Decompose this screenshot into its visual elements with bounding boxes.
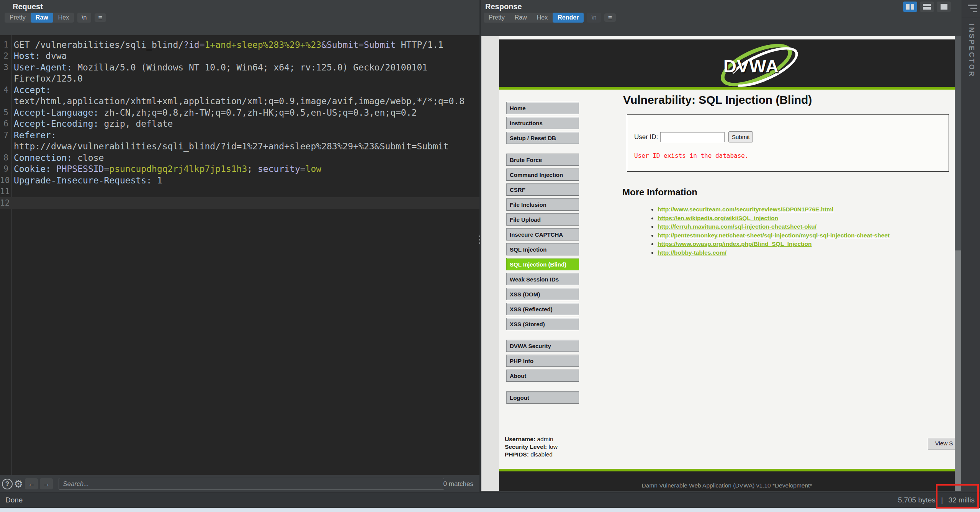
menu-item-xss-reflected-[interactable]: XSS (Reflected) — [506, 303, 579, 315]
menu-item-dvwa-security[interactable]: DVWA Security — [506, 340, 579, 352]
code-row: 12 — [0, 197, 479, 209]
menu-group: Logout — [506, 391, 579, 404]
external-link[interactable]: https://en.wikipedia.org/wiki/SQL_inject… — [658, 215, 778, 221]
tab-pretty[interactable]: Pretty — [5, 13, 31, 23]
prev-match-button[interactable]: ← — [25, 478, 38, 489]
list-item: http://www.securiteam.com/securityreview… — [658, 205, 952, 214]
request-newline-toggle[interactable]: \n — [77, 13, 91, 23]
stacked-icon — [923, 4, 931, 10]
menu-group: DVWA SecurityPHP InfoAbout — [506, 340, 579, 382]
code-row: 11 — [0, 186, 479, 198]
request-search-bar: ? ⚙ ← → 0 matches — [0, 475, 479, 492]
menu-item-logout[interactable]: Logout — [506, 391, 579, 404]
tab-render[interactable]: Render — [553, 13, 584, 23]
inspector-collapse-icon[interactable] — [968, 5, 977, 14]
external-link[interactable]: http://pentestmonkey.net/cheat-sheet/sql… — [658, 232, 890, 239]
menu-item-instructions[interactable]: Instructions — [506, 117, 579, 129]
session-info-row: PHPIDS: disabled — [505, 451, 558, 458]
layout-single-button[interactable] — [937, 2, 951, 12]
help-icon[interactable]: ? — [2, 479, 13, 489]
external-link[interactable]: http://www.securiteam.com/securityreview… — [658, 206, 833, 213]
list-item: https://en.wikipedia.org/wiki/SQL_inject… — [658, 214, 952, 223]
menu-item-insecure-captcha[interactable]: Insecure CAPTCHA — [506, 228, 579, 240]
render-scrollbar[interactable] — [955, 36, 961, 491]
render-scrollbar-thumb[interactable] — [955, 36, 961, 250]
tab-raw[interactable]: Raw — [510, 13, 532, 23]
status-millis: 32 millis — [948, 496, 975, 504]
user-id-form-row: User ID: Submit — [634, 131, 753, 142]
menu-item-brute-force[interactable]: Brute Force — [506, 154, 579, 166]
columns-icon — [906, 4, 910, 10]
menu-group: HomeInstructionsSetup / Reset DB — [506, 102, 579, 144]
code-row: 3User-Agent: Mozilla/5.0 (Windows NT 10.… — [0, 62, 479, 73]
dvwa-footer-band: Damn Vulnerable Web Application (DVWA) v… — [499, 471, 955, 491]
menu-item-setup-reset-db[interactable]: Setup / Reset DB — [506, 132, 579, 144]
list-item: http://pentestmonkey.net/cheat-sheet/sql… — [658, 231, 952, 240]
view-source-button[interactable]: View S — [928, 438, 955, 450]
menu-item-csrf[interactable]: CSRF — [506, 183, 579, 196]
inspector-panel-tab[interactable]: INSPECTOR — [962, 0, 980, 508]
menu-item-sql-injection-blind-[interactable]: SQL Injection (Blind) — [506, 258, 579, 270]
menu-item-php-info[interactable]: PHP Info — [506, 355, 579, 367]
menu-item-home[interactable]: Home — [506, 102, 579, 114]
next-match-button[interactable]: → — [40, 478, 53, 489]
menu-item-xss-stored-[interactable]: XSS (Stored) — [506, 318, 579, 330]
response-newline-toggle[interactable]: \n — [587, 13, 600, 23]
code-row: 8Connection: close — [0, 152, 479, 164]
request-editor[interactable]: 1GET /vulnerabilities/sqli_blind/?id=1+a… — [0, 35, 479, 475]
menu-item-command-injection[interactable]: Command Injection — [506, 168, 579, 181]
external-link[interactable]: http://ferruh.mavituna.com/sql-injection… — [658, 223, 816, 230]
dvwa-main-content: Vulnerability: SQL Injection (Blind) Use… — [622, 93, 952, 257]
page-title: Vulnerability: SQL Injection (Blind) — [623, 93, 952, 106]
code-row: text/html,application/xhtml+xml,applicat… — [0, 96, 479, 107]
columns-icon — [911, 4, 914, 10]
gear-icon[interactable]: ⚙ — [14, 478, 23, 490]
dvwa-rendered-page: DVWA HomeInstructionsSetup / Reset DBBru… — [499, 36, 955, 491]
dvwa-logo: DVWA — [713, 48, 801, 80]
search-input[interactable] — [59, 478, 444, 490]
user-id-input[interactable] — [660, 132, 725, 142]
layout-columns-button[interactable] — [903, 2, 917, 12]
menu-group: Brute ForceCommand InjectionCSRFFile Inc… — [506, 154, 579, 330]
response-editor-menu-icon[interactable]: ≡ — [604, 13, 616, 22]
tab-hex[interactable]: Hex — [53, 13, 74, 23]
menu-item-xss-dom-[interactable]: XSS (DOM) — [506, 288, 579, 300]
view-layout-buttons — [903, 2, 951, 12]
list-item: https://www.owasp.org/index.php/Blind_SQ… — [658, 240, 952, 249]
request-editor-rows: 1GET /vulnerabilities/sqli_blind/?id=1+a… — [0, 39, 479, 209]
splitter-grip-icon[interactable] — [479, 236, 480, 244]
external-link[interactable]: http://bobby-tables.com/ — [658, 249, 726, 256]
menu-item-file-inclusion[interactable]: File Inclusion — [506, 198, 579, 211]
panel-splitter[interactable] — [479, 0, 481, 508]
code-row: 7Referer: — [0, 129, 479, 141]
match-count: 0 matches — [443, 480, 473, 488]
menu-item-sql-injection[interactable]: SQL Injection — [506, 243, 579, 255]
list-item: http://bobby-tables.com/ — [658, 249, 952, 257]
dvwa-sidebar-menu: HomeInstructionsSetup / Reset DBBrute Fo… — [506, 102, 579, 413]
menu-item-weak-session-ids[interactable]: Weak Session IDs — [506, 273, 579, 285]
request-editor-menu-icon[interactable]: ≡ — [95, 13, 106, 22]
response-render-view: DVWA HomeInstructionsSetup / Reset DBBru… — [481, 36, 961, 491]
layout-stacked-button[interactable] — [920, 2, 934, 12]
code-row: Firefox/125.0 — [0, 73, 479, 85]
taskbar-sliver — [0, 508, 980, 512]
request-tabs: PrettyRawHex — [5, 13, 74, 23]
code-row: http://dvwa/vulnerabilities/sqli_blind/?… — [0, 141, 479, 152]
inspector-label: INSPECTOR — [967, 24, 975, 78]
request-panel-title: Request — [13, 2, 43, 11]
burp-suite-window: Request PrettyRawHex \n ≡ 1GET /vulnerab… — [0, 0, 980, 512]
tab-hex[interactable]: Hex — [532, 13, 553, 23]
response-panel-title: Response — [485, 2, 522, 11]
inspector-separator — [962, 18, 980, 18]
dvwa-header-band: DVWA — [499, 39, 955, 87]
external-link[interactable]: https://www.owasp.org/index.php/Blind_SQ… — [658, 240, 811, 247]
tab-pretty[interactable]: Pretty — [484, 13, 510, 23]
code-row: 10Upgrade-Insecure-Requests: 1 — [0, 175, 479, 186]
menu-item-file-upload[interactable]: File Upload — [506, 213, 579, 226]
submit-button[interactable]: Submit — [728, 131, 753, 142]
tab-raw[interactable]: Raw — [31, 13, 53, 23]
list-item: http://ferruh.mavituna.com/sql-injection… — [658, 222, 952, 231]
menu-item-about[interactable]: About — [506, 370, 579, 382]
dvwa-footer-text: Damn Vulnerable Web Application (DVWA) v… — [499, 471, 955, 489]
status-done: Done — [5, 496, 23, 504]
